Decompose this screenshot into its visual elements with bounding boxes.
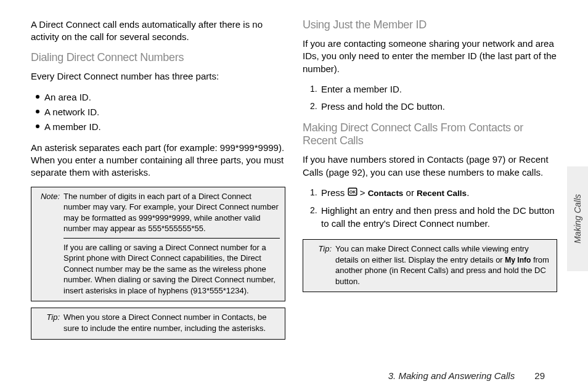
step-text-gt: > (357, 187, 368, 198)
tip-text: When you store a Direct Connect number i… (63, 312, 280, 333)
dc-parts-intro: Every Direct Connect number has three pa… (31, 70, 285, 83)
footer-section: 3. Making and Answering Calls (388, 370, 515, 381)
note-text-1: The number of digits in each part of a D… (63, 191, 280, 234)
recent-calls-bold: Recent Calls (417, 189, 467, 198)
tip-label: Tip: (36, 312, 60, 333)
contacts-steps: Press OK > Contacts or Recent Calls. Hig… (310, 186, 557, 231)
list-item: A network ID. (36, 105, 285, 120)
list-item: A member ID. (36, 120, 285, 134)
note-label: Note: (36, 191, 60, 234)
list-item: Highlight an entry and then press and ho… (310, 204, 557, 231)
list-item: Press OK > Contacts or Recent Calls. (310, 186, 557, 200)
note-box: Note: The number of digits in each part … (31, 187, 285, 302)
list-item: Press and hold the DC button. (310, 100, 557, 113)
list-item: Enter a member ID. (310, 83, 557, 96)
contacts-paragraph: If you have numbers stored in Contacts (… (303, 153, 557, 179)
contacts-bold: Contacts (368, 189, 404, 198)
note-divider (63, 238, 280, 239)
heading-dc-from-contacts: Making Direct Connect Calls From Contact… (303, 121, 557, 147)
left-column: A Direct Connect call ends automatically… (31, 18, 285, 346)
right-column: Using Just the Member ID If you are cont… (303, 18, 557, 346)
footer-page-number: 29 (534, 370, 545, 381)
svg-text:OK: OK (349, 190, 356, 194)
heading-member-id: Using Just the Member ID (303, 18, 557, 31)
page-footer: 3. Making and Answering Calls 29 (388, 370, 545, 381)
tip-box-left: Tip: When you store a Direct Connect num… (31, 308, 285, 339)
note-text-2: If you are calling or saving a Direct Co… (63, 242, 280, 296)
step-text-press: Press (321, 187, 348, 198)
intro-paragraph: A Direct Connect call ends automatically… (31, 18, 285, 44)
list-item: An area ID. (36, 90, 285, 105)
tip-text-pre: You can make Direct Connect calls while … (335, 244, 529, 264)
section-tab: Making Calls (567, 166, 588, 271)
heading-dialing-dc-numbers: Dialing Direct Connect Numbers (31, 51, 285, 64)
tip-box-right: Tip: You can make Direct Connect calls w… (303, 239, 557, 292)
dc-parts-list: An area ID. A network ID. A member ID. (36, 90, 285, 134)
my-info-bold: My Info (505, 256, 531, 264)
asterisk-paragraph: An asterisk separates each part (for exa… (31, 142, 285, 179)
section-tab-label: Making Calls (573, 194, 582, 243)
member-id-paragraph: If you are contacting someone sharing yo… (303, 38, 557, 75)
step-text-period: . (467, 187, 469, 198)
ok-key-icon: OK (348, 186, 357, 200)
step-text-or: or (403, 187, 417, 198)
tip-label: Tip: (308, 243, 332, 287)
member-id-steps: Enter a member ID. Press and hold the DC… (310, 83, 557, 113)
tip-text: You can make Direct Connect calls while … (335, 243, 552, 287)
